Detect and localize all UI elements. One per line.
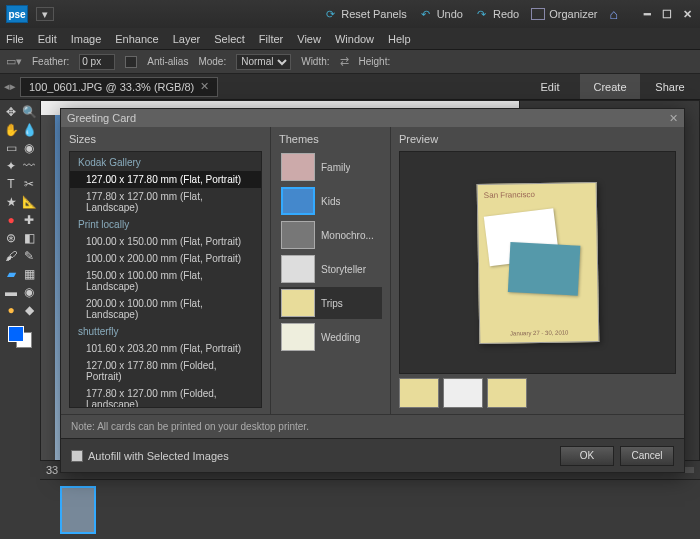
tab-share[interactable]: Share — [640, 74, 700, 99]
reset-panels-button[interactable]: ⟳Reset Panels — [323, 7, 406, 21]
theme-monochrome[interactable]: Monochro... — [279, 219, 382, 251]
preview-page-thumb[interactable] — [399, 378, 439, 408]
dialog-footer: ✓ Autofill with Selected Images OK Cance… — [61, 438, 684, 472]
theme-family[interactable]: Family — [279, 151, 382, 183]
theme-thumb — [281, 187, 315, 215]
dialog-close-icon[interactable]: ✕ — [669, 112, 678, 125]
close-button[interactable]: ✕ — [680, 7, 694, 21]
size-option[interactable]: 177.80 x 127.00 mm (Flat, Landscape) — [70, 188, 261, 216]
undo-icon: ↶ — [419, 7, 433, 21]
healing-tool[interactable]: ✚ — [21, 212, 37, 228]
sponge-tool[interactable]: ● — [3, 302, 19, 318]
selection-brush-tool[interactable]: 〰 — [21, 158, 37, 174]
sizes-list[interactable]: Kodak Gallery 127.00 x 177.80 mm (Flat, … — [69, 151, 262, 408]
bin-thumbnail[interactable] — [60, 486, 96, 534]
eyedropper-tool[interactable]: 💧 — [21, 122, 37, 138]
menu-image[interactable]: Image — [71, 33, 102, 45]
smartbrush-tool[interactable]: ✎ — [21, 248, 37, 264]
greeting-card-dialog: Greeting Card ✕ Sizes Kodak Gallery 127.… — [60, 108, 685, 473]
antialias-checkbox[interactable] — [125, 56, 137, 68]
menu-file[interactable]: File — [6, 33, 24, 45]
minimize-button[interactable]: ━ — [640, 7, 654, 21]
themes-column: Themes Family Kids Monochro... Storytell… — [271, 127, 391, 414]
menu-layer[interactable]: Layer — [173, 33, 201, 45]
bucket-tool[interactable]: ▰ — [3, 266, 19, 282]
tool-palette: ✥🔍 ✋💧 ▭◉ ✦〰 T✂ ★📐 ●✚ ⊛◧ 🖌✎ ▰▦ ▬◉ ●◆ — [0, 100, 40, 539]
size-option[interactable]: 101.60 x 203.20 mm (Flat, Portrait) — [70, 340, 261, 357]
feather-input[interactable] — [79, 54, 115, 70]
preview-page-thumb[interactable] — [443, 378, 483, 408]
size-option[interactable]: 127.00 x 177.80 mm (Flat, Portrait) — [70, 171, 261, 188]
type-tool[interactable]: T — [3, 176, 19, 192]
titlebar: pse ▾ ⟳Reset Panels ↶Undo ↷Redo Organize… — [0, 0, 700, 28]
logo-dropdown[interactable]: ▾ — [36, 7, 54, 21]
ok-button[interactable]: OK — [560, 446, 614, 466]
undo-button[interactable]: ↶Undo — [419, 7, 463, 21]
organizer-button[interactable]: Organizer — [531, 8, 597, 20]
wand-tool[interactable]: ✦ — [3, 158, 19, 174]
size-option[interactable]: 127.00 x 177.80 mm (Folded, Portrait) — [70, 357, 261, 385]
width-label: Width: — [301, 56, 329, 67]
menu-window[interactable]: Window — [335, 33, 374, 45]
mode-select[interactable]: Normal — [236, 54, 291, 70]
move-tool[interactable]: ✥ — [3, 104, 19, 120]
gradient-tool[interactable]: ▦ — [21, 266, 37, 282]
theme-wedding[interactable]: Wedding — [279, 321, 382, 353]
color-swatches[interactable] — [8, 326, 32, 348]
project-bin — [40, 479, 700, 539]
eraser-tool[interactable]: ◧ — [21, 230, 37, 246]
preview-box: San Francisco January 27 - 30, 2010 — [399, 151, 676, 374]
tab-edit[interactable]: Edit — [520, 74, 580, 99]
theme-thumb — [281, 255, 315, 283]
detail-tool[interactable]: ◆ — [21, 302, 37, 318]
document-tab[interactable]: 100_0601.JPG @ 33.3% (RGB/8) ✕ — [20, 77, 218, 97]
crop-tool[interactable]: ✂ — [21, 176, 37, 192]
theme-kids[interactable]: Kids — [279, 185, 382, 217]
brush-tool[interactable]: 🖌 — [3, 248, 19, 264]
zoom-tool[interactable]: 🔍 — [21, 104, 37, 120]
tab-nav-icon[interactable]: ◂▸ — [4, 80, 16, 93]
cookie-cutter-tool[interactable]: ★ — [3, 194, 19, 210]
provider-local: Print locally — [70, 216, 261, 233]
dialog-titlebar[interactable]: Greeting Card ✕ — [61, 109, 684, 127]
menu-filter[interactable]: Filter — [259, 33, 283, 45]
autofill-checkbox[interactable]: ✓ — [71, 450, 83, 462]
theme-trips[interactable]: Trips — [279, 287, 382, 319]
provider-kodak: Kodak Gallery — [70, 154, 261, 171]
themes-list[interactable]: Family Kids Monochro... Storyteller Trip… — [279, 151, 382, 408]
feather-label: Feather: — [32, 56, 69, 67]
tab-create[interactable]: Create — [580, 74, 640, 99]
menu-edit[interactable]: Edit — [38, 33, 57, 45]
swap-icon[interactable]: ⇄ — [340, 55, 349, 68]
theme-storyteller[interactable]: Storyteller — [279, 253, 382, 285]
theme-thumb — [281, 289, 315, 317]
shape-tool[interactable]: ▬ — [3, 284, 19, 300]
size-option[interactable]: 177.80 x 127.00 mm (Folded, Landscape) — [70, 385, 261, 408]
marquee-tool[interactable]: ▭ — [3, 140, 19, 156]
home-icon[interactable]: ⌂ — [610, 6, 618, 22]
straighten-tool[interactable]: 📐 — [21, 194, 37, 210]
size-option[interactable]: 100.00 x 200.00 mm (Flat, Portrait) — [70, 250, 261, 267]
cancel-button[interactable]: Cancel — [620, 446, 674, 466]
foreground-swatch[interactable] — [8, 326, 24, 342]
maximize-button[interactable]: ☐ — [660, 7, 674, 21]
menu-help[interactable]: Help — [388, 33, 411, 45]
sizes-header: Sizes — [69, 133, 262, 145]
preview-page-thumb[interactable] — [487, 378, 527, 408]
tool-preset-icon[interactable]: ▭▾ — [6, 55, 22, 68]
size-option[interactable]: 200.00 x 100.00 mm (Flat, Landscape) — [70, 295, 261, 323]
menu-view[interactable]: View — [297, 33, 321, 45]
lasso-tool[interactable]: ◉ — [21, 140, 37, 156]
blur-tool[interactable]: ◉ — [21, 284, 37, 300]
menu-select[interactable]: Select — [214, 33, 245, 45]
close-tab-icon[interactable]: ✕ — [200, 80, 209, 93]
theme-thumb — [281, 153, 315, 181]
menu-enhance[interactable]: Enhance — [115, 33, 158, 45]
mode-label: Mode: — [198, 56, 226, 67]
hand-tool[interactable]: ✋ — [3, 122, 19, 138]
redeye-tool[interactable]: ● — [3, 212, 19, 228]
size-option[interactable]: 150.00 x 100.00 mm (Flat, Landscape) — [70, 267, 261, 295]
clone-tool[interactable]: ⊛ — [3, 230, 19, 246]
redo-button[interactable]: ↷Redo — [475, 7, 519, 21]
size-option[interactable]: 100.00 x 150.00 mm (Flat, Portrait) — [70, 233, 261, 250]
